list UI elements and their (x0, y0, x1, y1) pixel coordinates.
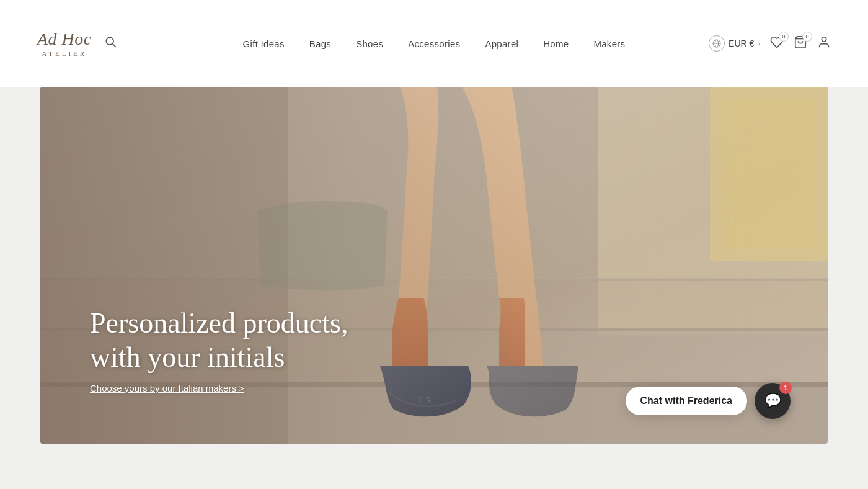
main-navigation: Gift Ideas Bags Shoes Accessories Appare… (174, 38, 694, 49)
hero-title-line2: with your initials (90, 341, 285, 373)
chat-bubble-label[interactable]: Chat with Frederica (626, 387, 747, 415)
site-header: Ad Hoc ATELIER Gift Ideas Bags Shoes Acc… (0, 0, 868, 87)
globe-icon (709, 35, 725, 52)
logo-area: Ad Hoc ATELIER (37, 30, 174, 58)
nav-makers[interactable]: Makers (593, 38, 625, 49)
hero-title-line1: Personalized products, (90, 307, 348, 339)
hero-content: Personalized products, with your initial… (90, 306, 348, 394)
user-account-button[interactable] (817, 35, 831, 52)
nav-gift-ideas[interactable]: Gift Ideas (243, 38, 285, 49)
chat-icon: 💬 (764, 393, 781, 409)
hero-cta-link[interactable]: Choose yours by our Italian makers > (90, 383, 244, 393)
currency-selector[interactable]: EUR € › (709, 35, 760, 52)
nav-shoes[interactable]: Shoes (356, 38, 383, 49)
chat-open-button[interactable]: 💬 1 (755, 383, 790, 419)
search-icon[interactable] (104, 35, 117, 51)
chat-badge: 1 (779, 382, 792, 394)
nav-accessories[interactable]: Accessories (408, 38, 460, 49)
cart-button[interactable]: 0 (794, 35, 807, 52)
nav-bags[interactable]: Bags (309, 38, 331, 49)
svg-line-1 (113, 44, 116, 47)
wishlist-button[interactable]: 0 (770, 35, 784, 52)
cart-badge: 0 (802, 32, 812, 42)
logo-line2: ATELIER (37, 50, 92, 57)
hero-section: L.S. Personalized products, with your in… (40, 87, 828, 444)
nav-apparel[interactable]: Apparel (485, 38, 518, 49)
logo[interactable]: Ad Hoc ATELIER (37, 30, 92, 58)
currency-label: EUR € (728, 38, 754, 48)
chevron-right-icon: › (758, 40, 760, 47)
nav-home[interactable]: Home (543, 38, 569, 49)
chat-widget: Chat with Frederica 💬 1 (626, 383, 790, 419)
hero-title: Personalized products, with your initial… (90, 306, 348, 374)
wishlist-badge: 0 (779, 32, 789, 42)
header-actions: EUR € › 0 0 (694, 35, 831, 52)
logo-line1: Ad Hoc (37, 30, 92, 49)
svg-point-6 (822, 37, 826, 41)
